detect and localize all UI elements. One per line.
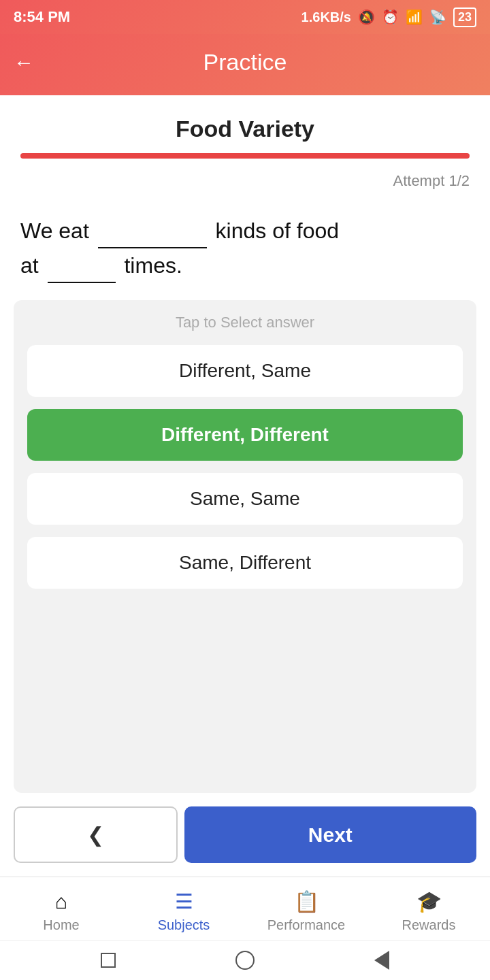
status-time: 8:54 PM	[14, 8, 70, 26]
question-blank1	[98, 247, 207, 248]
progress-bar-container	[20, 153, 470, 159]
question-text: We eat kinds of food at times.	[20, 214, 470, 283]
question-part4: times.	[124, 253, 182, 278]
question-part2: kinds of food	[216, 218, 339, 243]
home-icon: ⌂	[55, 890, 67, 913]
question-part3: at	[20, 253, 39, 278]
signal-icon: 📶	[406, 9, 423, 25]
subjects-icon: ☰	[175, 889, 193, 913]
progress-bar-fill	[20, 153, 470, 159]
wifi-icon: 📡	[429, 9, 446, 25]
tap-hint: Tap to Select answer	[27, 314, 463, 331]
mute-icon: 🔕	[358, 9, 375, 25]
tab-rewards[interactable]: 🎓 Rewards	[388, 889, 470, 933]
attempt-text: Attempt 1/2	[0, 172, 490, 190]
battery-indicator: 23	[453, 7, 476, 27]
question-section: We eat kinds of food at times.	[0, 207, 490, 300]
app-header: ← Practice	[0, 34, 490, 95]
bottom-buttons: ❮ Next	[14, 806, 476, 863]
performance-icon: 📋	[294, 889, 319, 913]
tab-bar: ⌂ Home ☰ Subjects 📋 Performance 🎓 Reward…	[0, 877, 490, 940]
main-content: Food Variety Attempt 1/2 We eat kinds of…	[0, 95, 490, 980]
answer-box: Tap to Select answer Different, Same Dif…	[14, 300, 476, 793]
status-bar: 8:54 PM 1.6KB/s 🔕 ⏰ 📶 📡 23	[0, 0, 490, 34]
tab-home[interactable]: ⌂ Home	[20, 890, 102, 933]
topic-title: Food Variety	[20, 116, 470, 142]
network-speed: 1.6KB/s	[301, 10, 351, 25]
question-blank2	[48, 282, 116, 283]
nav-home-icon[interactable]	[235, 951, 255, 970]
android-nav-bar	[0, 940, 490, 980]
answer-option-2[interactable]: Different, Different	[27, 409, 463, 461]
tab-home-label: Home	[43, 917, 79, 933]
nav-back-icon[interactable]	[374, 951, 389, 970]
tab-performance[interactable]: 📋 Performance	[265, 889, 347, 933]
tab-subjects[interactable]: ☰ Subjects	[143, 889, 225, 933]
tab-performance-label: Performance	[267, 917, 346, 933]
prev-button[interactable]: ❮	[14, 806, 178, 863]
tab-rewards-label: Rewards	[402, 917, 456, 933]
tab-subjects-label: Subjects	[158, 917, 210, 933]
topic-section: Food Variety	[0, 95, 490, 172]
answer-option-3[interactable]: Same, Same	[27, 473, 463, 525]
rewards-icon: 🎓	[416, 889, 442, 913]
nav-recents-icon[interactable]	[101, 953, 116, 968]
header-title: Practice	[203, 49, 287, 76]
answer-option-1[interactable]: Different, Same	[27, 345, 463, 397]
alarm-icon: ⏰	[382, 9, 399, 25]
back-button[interactable]: ←	[14, 51, 34, 74]
question-part1: We eat	[20, 218, 89, 243]
next-button[interactable]: Next	[184, 806, 476, 863]
status-right: 1.6KB/s 🔕 ⏰ 📶 📡 23	[301, 7, 476, 27]
answer-option-4[interactable]: Same, Different	[27, 537, 463, 589]
